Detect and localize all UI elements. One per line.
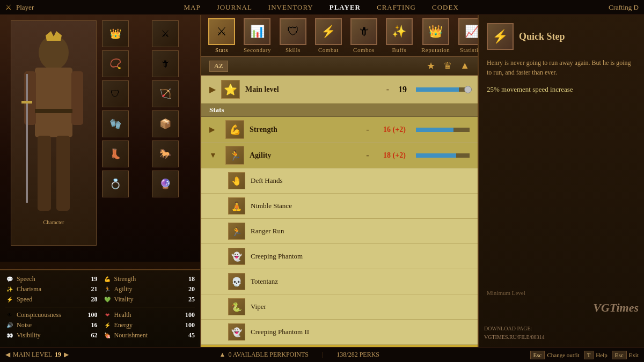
- ring-slot[interactable]: 💍: [102, 171, 129, 197]
- level-arrow-right[interactable]: ▶: [64, 351, 69, 359]
- main-level-text: MAIN LEVEL: [13, 351, 52, 359]
- stats-col-left: 💬 Speech 19 ✨ Charisma 21 ⚡ Speed 28 👁 C…: [5, 275, 98, 343]
- ranged-slot[interactable]: 🏹: [152, 80, 179, 107]
- tab-combos[interactable]: 🗡 Combos: [346, 16, 382, 55]
- legs-slot[interactable]: 👢: [102, 141, 129, 167]
- nav-map[interactable]: MAP: [184, 3, 200, 12]
- sort-az-button[interactable]: AZ: [209, 61, 228, 72]
- nav-codex[interactable]: CODEX: [432, 3, 459, 12]
- perk-totentanz[interactable]: 💀 Totentanz: [201, 269, 478, 294]
- tab-reputation[interactable]: 👑 Reputation: [417, 16, 454, 55]
- tab-secondary[interactable]: 📊 Secondary: [239, 16, 275, 55]
- ranger-run-label: Ranger Run: [251, 227, 470, 235]
- window-title: Player: [16, 3, 34, 12]
- agility-icon: 🏃: [103, 285, 112, 293]
- stat-noise: 🔊 Noise 16: [5, 321, 98, 329]
- tab-skills[interactable]: 🛡 Skills: [275, 16, 311, 55]
- perk-title: Quick Step: [519, 31, 565, 42]
- quiver-slot[interactable]: 📦: [152, 110, 179, 137]
- main-level-label: Main level: [245, 85, 381, 94]
- agility-bar: [416, 153, 470, 158]
- perks-available: ▲ 0 AVAILABLE PERKPOINTS | 138/282 PERKS: [219, 351, 379, 359]
- tab-stats[interactable]: ⚔ Stats: [204, 16, 239, 55]
- filter-crown-icon[interactable]: ♛: [443, 60, 452, 72]
- nav-journal[interactable]: JOURNAL: [217, 3, 252, 12]
- hint-help-label: Help: [596, 352, 607, 358]
- agility-expand[interactable]: ▼: [209, 151, 220, 160]
- tab-icons: ⚔ Stats 📊 Secondary 🛡 Skills ⚡ Combat 🗡 …: [201, 15, 478, 57]
- filter-arrow-icon[interactable]: ▲: [460, 60, 470, 72]
- filter-row: AZ ★ ♛ ▲: [201, 57, 478, 76]
- main-panel: ⚔ Stats 📊 Secondary 🛡 Skills ⚡ Combat 🗡 …: [201, 15, 478, 347]
- tab-combat[interactable]: ⚡ Combat: [311, 16, 346, 55]
- character-area: Character 👑 📿 🛡 🧤 👢 💍 ⚔ 🗡 🏹 📦 🐎 🔮: [0, 15, 200, 262]
- tab-buffs[interactable]: ✨ Buffs: [382, 16, 417, 55]
- strength-row[interactable]: ▶ 💪 Strength - 16 (+2): [201, 117, 478, 143]
- strength-expand[interactable]: ▶: [209, 125, 220, 134]
- key-t[interactable]: T: [584, 351, 594, 359]
- vitality-icon: 💚: [103, 295, 112, 304]
- character-stats: 💬 Speech 19 ✨ Charisma 21 ⚡ Speed 28 👁 C…: [0, 269, 200, 347]
- level-arrow-left[interactable]: ◀: [5, 351, 10, 359]
- head-slot[interactable]: 👑: [102, 20, 129, 47]
- stat-speech: 💬 Speech 19: [5, 275, 98, 283]
- viper-label: Viper: [251, 302, 470, 311]
- neck-slot[interactable]: 📿: [102, 50, 129, 77]
- perk-ranger-run[interactable]: 🏃 Ranger Run: [201, 219, 478, 244]
- filter-star-icon[interactable]: ★: [427, 60, 435, 72]
- download-url[interactable]: VGTIMES.RU/FILE/80314: [484, 333, 639, 342]
- perk-deft-hands[interactable]: 🤚 Deft Hands: [201, 168, 478, 194]
- svg-rect-3: [71, 71, 83, 125]
- nav-inventory[interactable]: INVENTORY: [268, 3, 313, 12]
- noise-icon: 🔊: [5, 321, 14, 329]
- perk-creeping-phantom[interactable]: 👻 Creeping Phantom: [201, 244, 478, 269]
- weapon-slot[interactable]: ⚔: [152, 20, 179, 47]
- total-perks: 138/282 PERKS: [336, 351, 379, 359]
- vgtimes-watermark: VGTimes: [593, 301, 639, 315]
- perk-creeping-phantom-ii[interactable]: 👻 Creeping Phantom II: [201, 320, 478, 345]
- tab-secondary-icon: 📊: [244, 18, 270, 45]
- misc-slot[interactable]: 🔮: [152, 171, 179, 197]
- svg-text:Character: Character: [43, 219, 65, 225]
- character-portrait: Character: [11, 20, 97, 246]
- main-level-row[interactable]: ▶ ⭐ Main level - 19: [201, 76, 478, 104]
- key-esc-exit[interactable]: Esc: [612, 351, 627, 359]
- hands-slot[interactable]: 🧤: [102, 110, 129, 137]
- strength-icon: 💪: [225, 120, 244, 139]
- agility-minus[interactable]: -: [362, 151, 373, 160]
- charisma-icon: ✨: [5, 285, 14, 293]
- download-info: DOWNLOAD PAGE: VGTIMES.RU/FILE/80314: [484, 324, 639, 342]
- bottom-controls: Esc Change outfit T Help Esc Exit: [530, 351, 639, 359]
- stat-agility: 🏃 Agility 20: [103, 285, 195, 293]
- strength-minus[interactable]: -: [362, 125, 373, 135]
- creeping-phantom-label: Creeping Phantom: [251, 252, 470, 261]
- agility-row[interactable]: ▼ 🏃 Agility - 18 (+2): [201, 143, 478, 168]
- deft-hands-label: Deft Hands: [251, 176, 470, 185]
- stats-col-right: 💪 Strength 18 🏃 Agility 20 💚 Vitality 25…: [103, 275, 195, 343]
- nav-player[interactable]: PLAYER: [330, 3, 361, 12]
- topbar: ⚔ Player MAP JOURNAL INVENTORY PLAYER CR…: [0, 0, 644, 15]
- chest-slot[interactable]: 🛡: [102, 80, 129, 107]
- bottom-bar: ◀ MAIN LEVEL 19 ▶ ▲ 0 AVAILABLE PERKPOIN…: [0, 347, 644, 362]
- svg-rect-4: [38, 136, 51, 211]
- main-level-expand[interactable]: ▶: [209, 84, 216, 94]
- title-right: Crafting D: [609, 3, 639, 12]
- nav-crafting[interactable]: CRAFTING: [377, 3, 416, 12]
- perk-viper[interactable]: 🐍 Viper: [201, 294, 478, 320]
- speed-icon: ⚡: [5, 295, 14, 304]
- perk-nimble-stance[interactable]: 🧘 Nimble Stance: [201, 194, 478, 219]
- tab-combos-icon: 🗡: [350, 18, 377, 45]
- strength-bar: [416, 128, 470, 132]
- main-nav: MAP JOURNAL INVENTORY PLAYER CRAFTING CO…: [184, 3, 458, 12]
- offhand-slot[interactable]: 🗡: [152, 50, 179, 77]
- energy-icon: ⚡: [103, 321, 112, 329]
- agility-label: Agility: [250, 151, 357, 160]
- perk-arrow[interactable]: ▲: [219, 351, 225, 359]
- strength-value: 16 (+2): [378, 125, 411, 134]
- horse-slot[interactable]: 🐎: [152, 141, 179, 167]
- perk-bonus: 25% movement speed increase: [487, 85, 636, 94]
- speech-icon: 💬: [5, 275, 14, 283]
- skills-list[interactable]: ▶ ⭐ Main level - 19 Stats ▶ 💪 Strength -…: [201, 76, 478, 347]
- stats-category: Stats: [201, 104, 478, 117]
- key-esc[interactable]: Esc: [530, 351, 545, 359]
